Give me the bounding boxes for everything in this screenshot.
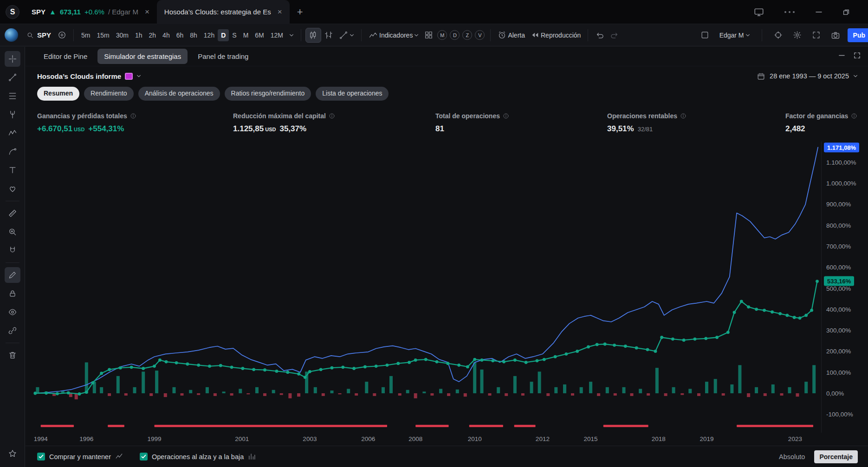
settings-gear-icon[interactable] — [790, 28, 804, 42]
tab-panel-de-trading[interactable]: Panel de trading — [191, 49, 255, 64]
trash-tool[interactable] — [5, 347, 20, 363]
timeframe-5m[interactable]: 5m — [78, 29, 93, 41]
date-range-control[interactable]: 28 ene 1993 — 9 oct 2025 — [757, 72, 858, 81]
snapshot-camera-icon[interactable] — [828, 28, 843, 42]
layout-square-icon[interactable] — [698, 28, 712, 42]
magnet-mode-icon[interactable] — [771, 28, 785, 42]
emoji-tool[interactable] — [5, 181, 20, 197]
hide-all-tool[interactable] — [5, 304, 20, 320]
equity-chart[interactable] — [32, 141, 821, 433]
layout-grid-icon[interactable] — [421, 28, 436, 42]
trendline-tool[interactable] — [5, 70, 20, 85]
edit-locked-tool[interactable] — [5, 267, 20, 283]
lock-all-tool[interactable] — [5, 286, 20, 301]
timeframe-12M[interactable]: 12M — [267, 29, 286, 41]
timeframe-M[interactable]: M — [240, 29, 252, 41]
layout-name-button[interactable]: Edgar M — [717, 29, 753, 41]
report-tab-hosoda[interactable]: Hosoda’s Clouds: estrategia de Es × — [157, 0, 290, 24]
ruler-tool[interactable] — [5, 205, 20, 221]
timeframe-2h[interactable]: 2h — [146, 29, 160, 41]
time-axis-label: 2008 — [408, 435, 422, 442]
info-icon — [503, 113, 509, 119]
checkbox-checked-icon[interactable] — [140, 453, 148, 461]
forecast-tool[interactable] — [5, 144, 20, 160]
tab-change: +0.6% — [84, 8, 104, 16]
tradingview-logo-icon[interactable]: S — [6, 5, 19, 19]
text-tool[interactable] — [5, 162, 20, 178]
chart-tab-spy[interactable]: SPY ▲ 673,11 +0.6% / Edgar M × — [24, 0, 157, 24]
crosshair-tool[interactable] — [5, 51, 20, 67]
zoom-in-tool[interactable] — [5, 224, 20, 240]
publish-button[interactable]: Pub — [848, 28, 868, 42]
close-tab-icon[interactable]: × — [145, 7, 149, 17]
equity-marker — [596, 343, 599, 346]
timeframe-4h[interactable]: 4h — [159, 29, 173, 41]
checkbox-checked-icon[interactable] — [37, 453, 45, 461]
report-tab-ratios-riesgo/rendimiento[interactable]: Ratios riesgo/rendimiento — [225, 87, 311, 101]
symbol-search[interactable]: SPY — [23, 31, 55, 39]
timeframe-D[interactable]: D — [218, 29, 229, 41]
report-tab-análisis-de-operaciones[interactable]: Análisis de operaciones — [138, 87, 220, 101]
monitor-icon[interactable] — [754, 7, 764, 17]
tab-editor-de-pine[interactable]: Editor de Pine — [37, 49, 94, 64]
link-tool[interactable] — [5, 323, 20, 339]
favorites-star-tool[interactable] — [5, 446, 20, 461]
replay-button[interactable]: Reproducción — [528, 28, 583, 42]
quick-button-Z[interactable]: Z — [462, 30, 472, 40]
trade-loss-bar — [722, 393, 725, 396]
equity-marker — [158, 358, 162, 362]
indicators-button[interactable]: Indicadores — [366, 28, 421, 42]
undo-icon[interactable] — [592, 28, 607, 42]
fullscreen-icon[interactable] — [809, 28, 823, 42]
report-chevron-icon[interactable] — [136, 74, 141, 78]
line-tools-icon[interactable] — [336, 28, 357, 42]
bars-style-icon[interactable] — [321, 28, 336, 42]
timeframe-6M[interactable]: 6M — [252, 29, 267, 41]
equity-marker — [755, 307, 758, 311]
report-tab-lista-de-operaciones[interactable]: Lista de operaciones — [316, 87, 389, 101]
report-tab-rendimiento[interactable]: Rendimiento — [84, 87, 134, 101]
percent-button[interactable]: Porcentaje — [814, 450, 858, 463]
long-short-toggle[interactable]: Operaciones al alza y a la baja — [140, 453, 256, 461]
trade-profit-bar — [788, 387, 791, 393]
redo-icon[interactable] — [607, 28, 622, 42]
timeframe-1h[interactable]: 1h — [132, 29, 146, 41]
pitchfork-tool[interactable] — [5, 107, 20, 122]
trade-loss-bar — [780, 393, 784, 396]
trade-profit-bar — [589, 382, 592, 393]
timeframe-30m[interactable]: 30m — [113, 29, 132, 41]
price-axis[interactable]: 1.100,00%1.000,00%900,00%800,00%700,00%6… — [821, 141, 868, 433]
time-axis[interactable]: 1994199619992001200320062008201020122015… — [32, 433, 821, 446]
report-tab-resumen[interactable]: Resumen — [37, 87, 79, 101]
compare-add-icon[interactable] — [55, 28, 69, 42]
tab-simulador-de-estrategias[interactable]: Simulador de estrategias — [97, 49, 188, 64]
panel-maximize-icon[interactable] — [854, 52, 861, 61]
separator — [588, 29, 588, 41]
minimize-window-icon[interactable] — [815, 8, 823, 16]
new-tab-button[interactable]: + — [290, 6, 311, 18]
avatar[interactable] — [5, 28, 18, 42]
menu-dots-icon[interactable] — [784, 10, 796, 14]
quick-button-V[interactable]: V — [475, 30, 485, 40]
timeframe-15m[interactable]: 15m — [93, 29, 112, 41]
quick-button-D[interactable]: D — [450, 30, 460, 40]
pattern-tool[interactable] — [5, 125, 20, 141]
equity-marker — [704, 337, 707, 340]
restore-window-icon[interactable] — [842, 8, 850, 16]
fib-retracement-tool[interactable] — [5, 88, 20, 104]
timeframe-12h[interactable]: 12h — [201, 29, 218, 41]
timeframe-8h[interactable]: 8h — [187, 29, 201, 41]
candles-style-icon[interactable] — [305, 28, 321, 43]
separator — [6, 201, 19, 201]
panel-minimize-icon[interactable] — [838, 52, 845, 61]
trade-loss-bar — [571, 393, 574, 396]
magnet-tool[interactable] — [5, 243, 20, 258]
timeframe-6h[interactable]: 6h — [173, 29, 187, 41]
buy-hold-toggle[interactable]: Comprar y mantener — [37, 453, 123, 461]
close-tab-icon[interactable]: × — [278, 7, 282, 17]
absolute-button[interactable]: Absoluto — [779, 453, 805, 461]
timeframes-chevron-icon[interactable] — [286, 31, 297, 40]
alert-button[interactable]: Alerta — [495, 28, 528, 42]
timeframe-S[interactable]: S — [229, 29, 240, 41]
quick-button-M[interactable]: M — [437, 30, 447, 40]
